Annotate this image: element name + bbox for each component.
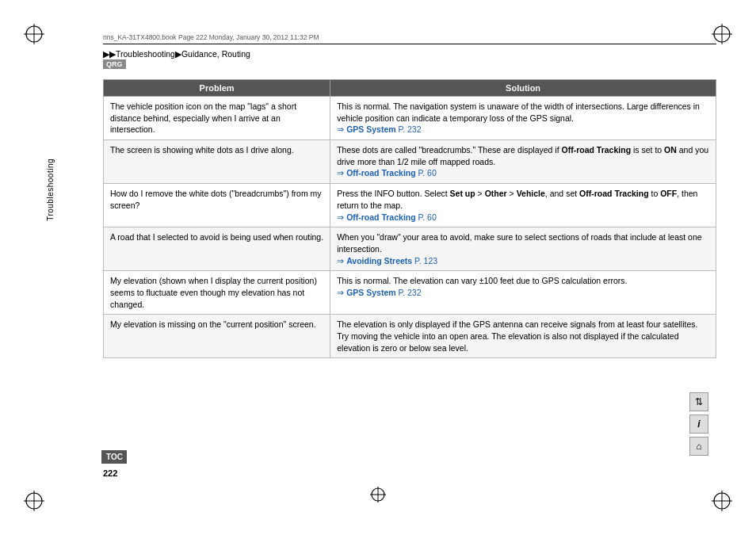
- table-cell-solution: This is normal. The elevation can vary ±…: [330, 271, 716, 315]
- page-number: 222: [103, 468, 117, 478]
- table-cell-problem: My elevation is missing on the "current …: [104, 315, 330, 358]
- table-row: A road that I selected to avoid is being…: [104, 227, 716, 271]
- corner-mark-tl: [22, 22, 46, 46]
- sidebar-label-troubleshooting: Troubleshooting: [46, 159, 55, 221]
- off-road-tracking-link-1[interactable]: Off-road Tracking: [346, 168, 416, 178]
- table-cell-problem: How do I remove the white dots ("breadcr…: [104, 184, 330, 227]
- toc-badge: TOC: [101, 450, 127, 464]
- table-header-problem: Problem: [104, 80, 330, 97]
- corner-mark-bl: [22, 489, 46, 513]
- table-cell-solution: These dots are called "breadcrumbs." The…: [330, 140, 716, 184]
- table-cell-problem: The vehicle position icon on the map "la…: [104, 97, 330, 140]
- home-icon-button[interactable]: ⌂: [689, 437, 708, 456]
- avoiding-streets-link[interactable]: Avoiding Streets: [346, 256, 412, 266]
- table-row: How do I remove the white dots ("breadcr…: [104, 184, 716, 227]
- route-icon: ⇅: [695, 396, 703, 407]
- table-cell-problem: A road that I selected to avoid is being…: [104, 227, 330, 271]
- file-info-text: nns_KA-31TX4800.book Page 222 Monday, Ja…: [103, 33, 319, 41]
- table-cell-solution: This is normal. The navigation system is…: [330, 97, 716, 140]
- breadcrumb-text: ▶▶Troubleshooting▶Guidance, Routing: [103, 49, 250, 59]
- table-cell-problem: The screen is showing white dots as I dr…: [104, 140, 330, 184]
- problem-solution-table: Problem Solution The vehicle position ic…: [103, 79, 716, 358]
- breadcrumb: ▶▶Troubleshooting▶Guidance, Routing: [103, 48, 716, 60]
- table-cell-solution: When you "draw" your area to avoid, make…: [330, 227, 716, 271]
- corner-mark-br: [710, 489, 734, 513]
- main-content-area: Problem Solution The vehicle position ic…: [103, 79, 716, 472]
- reg-mark-bottom-center: [369, 486, 387, 505]
- off-road-tracking-link-2[interactable]: Off-road Tracking: [346, 212, 416, 222]
- table-cell-solution: Press the INFO button. Select Set up > O…: [330, 184, 716, 227]
- table-row: The screen is showing white dots as I dr…: [104, 140, 716, 184]
- table-row: My elevation (shown when I display the c…: [104, 271, 716, 315]
- table-header-solution: Solution: [330, 80, 716, 97]
- home-icon: ⌂: [696, 441, 701, 452]
- gps-system-link-1[interactable]: GPS System: [346, 124, 395, 134]
- info-icon-button[interactable]: i: [689, 415, 708, 434]
- table-row: The vehicle position icon on the map "la…: [104, 97, 716, 140]
- info-icon: i: [697, 418, 700, 430]
- route-icon-button[interactable]: ⇅: [689, 392, 708, 411]
- bottom-icons-panel: ⇅ i ⌂: [689, 392, 708, 456]
- qrg-badge: QRG: [103, 59, 126, 69]
- file-info-bar: nns_KA-31TX4800.book Page 222 Monday, Ja…: [103, 33, 716, 44]
- table-cell-solution: The elevation is only displayed if the G…: [330, 315, 716, 358]
- gps-system-link-2[interactable]: GPS System: [346, 288, 395, 297]
- table-cell-problem: My elevation (shown when I display the c…: [104, 271, 330, 315]
- table-row: My elevation is missing on the "current …: [104, 315, 716, 358]
